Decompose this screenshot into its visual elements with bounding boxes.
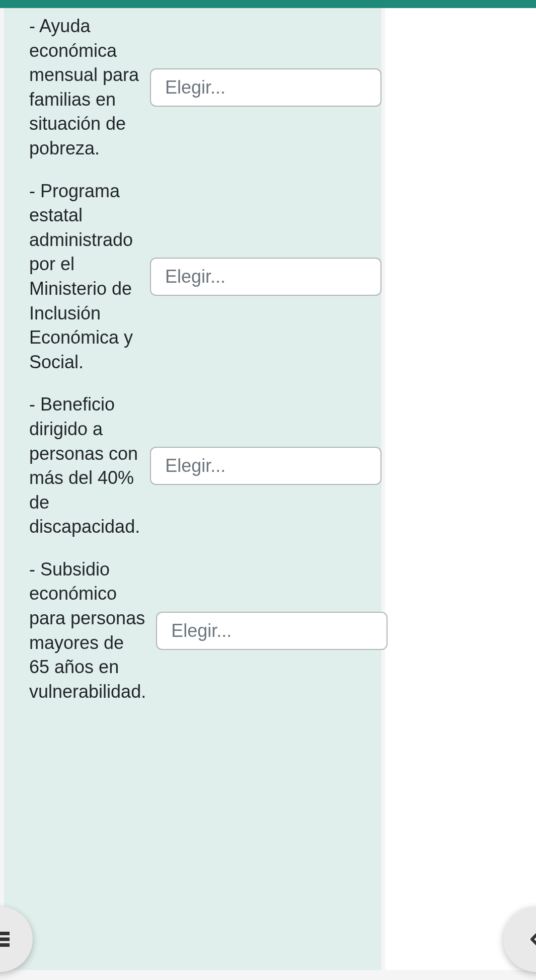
svg-rect-5: [0, 944, 9, 946]
select-placeholder: Elegir...: [171, 620, 232, 641]
select-placeholder: Elegir...: [165, 77, 225, 98]
match-select-wrap: Elegir...: [150, 68, 381, 107]
match-select-wrap: Elegir...: [150, 258, 381, 296]
match-select-3[interactable]: Elegir...: [150, 447, 381, 485]
svg-rect-3: [0, 938, 9, 941]
match-select-2[interactable]: Elegir...: [150, 258, 381, 296]
match-label: - Programa estatal administrado por el M…: [29, 179, 140, 375]
top-bar: [0, 0, 536, 8]
match-select-1[interactable]: Elegir...: [150, 68, 381, 107]
svg-rect-1: [0, 932, 9, 935]
select-placeholder: Elegir...: [165, 455, 225, 476]
match-label: - Ayuda económica mensual para familias …: [29, 14, 140, 161]
list-icon: [0, 927, 12, 951]
match-row: - Beneficio dirigido a personas con más …: [4, 388, 381, 543]
match-row: - Subsidio económico para personas mayor…: [4, 553, 381, 708]
match-row: - Programa estatal administrado por el M…: [4, 175, 381, 379]
match-select-4[interactable]: Elegir...: [156, 612, 388, 650]
match-select-wrap: Elegir...: [150, 447, 381, 485]
match-label: - Subsidio económico para personas mayor…: [29, 557, 146, 704]
select-placeholder: Elegir...: [165, 266, 225, 287]
match-row: - Ayuda económica mensual para familias …: [4, 10, 381, 165]
chevron-left-icon: [524, 927, 536, 951]
match-label: - Beneficio dirigido a personas con más …: [29, 392, 140, 539]
right-white-panel: [385, 8, 536, 970]
match-select-wrap: Elegir...: [156, 612, 388, 650]
question-card: - Ayuda económica mensual para familias …: [4, 8, 381, 970]
